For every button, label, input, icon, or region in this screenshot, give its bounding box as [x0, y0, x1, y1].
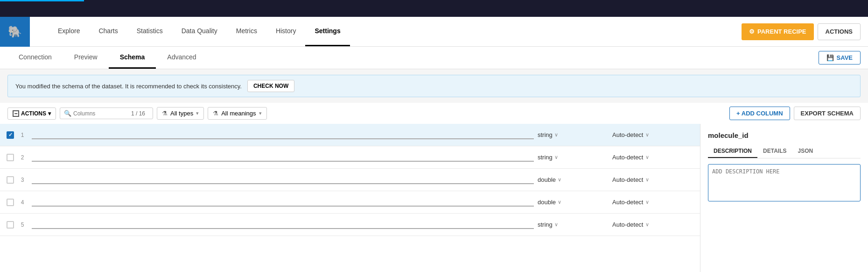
- row-name-input-1[interactable]: [32, 130, 534, 139]
- row-type-chevron-1: ∨: [554, 132, 558, 138]
- actions-dropdown-label: ACTIONS: [21, 110, 46, 117]
- check-now-button[interactable]: CHECK NOW: [247, 80, 294, 92]
- row-meaning-label-2: Auto-detect: [612, 154, 644, 161]
- row-name-input-2[interactable]: [32, 153, 534, 162]
- checkbox-1[interactable]: [7, 131, 14, 139]
- row-name-input-5[interactable]: [32, 220, 534, 229]
- panel-tab-details[interactable]: DETAILS: [757, 145, 792, 158]
- row-meaning-chevron-1: ∨: [645, 132, 649, 138]
- row-name-5[interactable]: [28, 220, 538, 229]
- filter-types-chevron-icon: ▾: [196, 110, 199, 116]
- row-meaning-4[interactable]: Auto-detect ∨: [612, 199, 696, 206]
- row-type-chevron-4: ∨: [558, 199, 561, 205]
- tab-connection[interactable]: Connection: [7, 47, 63, 69]
- recipe-icon: ⚙: [749, 28, 755, 35]
- schema-toolbar: − ACTIONS ▾ 🔍 1 / 16 ⚗ All types ▾ ⚗ All…: [0, 103, 868, 124]
- row-name-input-3[interactable]: [32, 175, 534, 184]
- row-name-1[interactable]: [28, 130, 538, 139]
- right-panel: molecule_id DESCRIPTION DETAILS JSON: [700, 124, 868, 272]
- row-meaning-2[interactable]: Auto-detect ∨: [612, 154, 696, 161]
- row-type-2[interactable]: string ∨: [538, 154, 612, 161]
- actions-button[interactable]: ACTIONS: [818, 23, 861, 40]
- filter-types-label: All types: [170, 110, 193, 117]
- save-button[interactable]: 💾 SAVE: [819, 51, 861, 64]
- table-row: 5 string ∨ Auto-detect ∨: [0, 214, 700, 236]
- filter-meanings-chevron-icon: ▾: [259, 110, 262, 116]
- row-number-5: 5: [17, 222, 28, 228]
- search-box[interactable]: 🔍 1 / 16: [60, 107, 153, 119]
- row-checkbox-2[interactable]: [4, 154, 17, 161]
- parent-recipe-label: PARENT RECIPE: [757, 28, 806, 35]
- nav-item-history[interactable]: History: [266, 17, 306, 46]
- nav-item-metrics[interactable]: Metrics: [227, 17, 266, 46]
- tab-schema[interactable]: Schema: [109, 47, 156, 69]
- row-meaning-chevron-3: ∨: [645, 177, 649, 183]
- app-logo-icon: 🐘: [8, 25, 22, 38]
- filter-types-icon: ⚗: [162, 110, 168, 117]
- row-type-label-1: string: [538, 131, 553, 138]
- nav-item-statistics[interactable]: Statistics: [127, 17, 172, 46]
- filter-meanings-label: All meanings: [221, 110, 256, 117]
- tab-preview[interactable]: Preview: [63, 47, 109, 69]
- row-meaning-label-4: Auto-detect: [612, 199, 644, 206]
- row-type-chevron-2: ∨: [554, 154, 558, 160]
- search-input[interactable]: [73, 110, 129, 117]
- actions-chevron-icon: ▾: [48, 110, 51, 117]
- filter-meanings-dropdown[interactable]: ⚗ All meanings ▾: [208, 107, 266, 120]
- row-name-4[interactable]: [28, 198, 538, 207]
- row-meaning-1[interactable]: Auto-detect ∨: [612, 131, 696, 138]
- panel-tabs: DESCRIPTION DETAILS JSON: [708, 145, 861, 158]
- row-meaning-3[interactable]: Auto-detect ∨: [612, 176, 696, 183]
- checkbox-2[interactable]: [7, 154, 14, 161]
- parent-recipe-button[interactable]: ⚙ PARENT RECIPE: [742, 23, 814, 40]
- row-name-2[interactable]: [28, 153, 538, 162]
- row-name-input-4[interactable]: [32, 198, 534, 207]
- tab-advanced[interactable]: Advanced: [156, 47, 207, 69]
- row-meaning-chevron-4: ∨: [645, 199, 649, 205]
- checkbox-3[interactable]: [7, 176, 14, 184]
- row-meaning-5[interactable]: Auto-detect ∨: [612, 221, 696, 228]
- row-number-4: 4: [17, 199, 28, 206]
- row-type-chevron-5: ∨: [554, 222, 558, 228]
- row-type-label-2: string: [538, 154, 553, 161]
- panel-tab-description[interactable]: DESCRIPTION: [708, 145, 757, 158]
- row-number-1: 1: [17, 132, 28, 138]
- search-icon: 🔍: [64, 110, 71, 117]
- row-type-5[interactable]: string ∨: [538, 221, 612, 228]
- row-checkbox-1[interactable]: [4, 131, 17, 139]
- checkbox-4[interactable]: [7, 199, 14, 206]
- panel-tab-json[interactable]: JSON: [792, 145, 819, 158]
- row-type-4[interactable]: double ∨: [538, 199, 612, 206]
- add-column-button[interactable]: + ADD COLUMN: [729, 107, 790, 120]
- row-checkbox-4[interactable]: [4, 199, 17, 206]
- row-checkbox-5[interactable]: [4, 221, 17, 229]
- table-row: 3 double ∨ Auto-detect ∨: [0, 169, 700, 191]
- nav-item-explore[interactable]: Explore: [49, 17, 89, 46]
- export-schema-button[interactable]: EXPORT SCHEMA: [794, 107, 861, 120]
- description-textarea[interactable]: [708, 164, 861, 201]
- main-header: 🐘 Explore Charts Statistics Data Quality…: [0, 17, 868, 47]
- info-banner: You modified the schema of the dataset. …: [7, 75, 861, 97]
- banner-message: You modified the schema of the dataset. …: [15, 83, 242, 90]
- table-row: 4 double ∨ Auto-detect ∨: [0, 191, 700, 214]
- page-indicator: 1 / 16: [131, 110, 145, 117]
- schema-table: 1 string ∨ Auto-detect ∨ 2 string: [0, 124, 700, 272]
- row-checkbox-3[interactable]: [4, 176, 17, 184]
- nav-item-settings[interactable]: Settings: [305, 17, 350, 46]
- nav-item-charts[interactable]: Charts: [89, 17, 127, 46]
- nav-items: Explore Charts Statistics Data Quality M…: [30, 17, 742, 46]
- row-type-label-4: double: [538, 199, 556, 206]
- actions-dropdown[interactable]: − ACTIONS ▾: [7, 107, 56, 120]
- row-name-3[interactable]: [28, 175, 538, 184]
- save-icon: 💾: [826, 54, 834, 61]
- toolbar-right: + ADD COLUMN EXPORT SCHEMA: [729, 107, 861, 120]
- filter-types-dropdown[interactable]: ⚗ All types ▾: [157, 107, 204, 120]
- checkbox-5[interactable]: [7, 221, 14, 229]
- row-type-3[interactable]: double ∨: [538, 176, 612, 183]
- nav-item-data-quality[interactable]: Data Quality: [172, 17, 227, 46]
- row-meaning-label-3: Auto-detect: [612, 176, 644, 183]
- minus-actions-icon: −: [13, 110, 19, 117]
- row-type-label-3: double: [538, 176, 556, 183]
- table-row: 2 string ∨ Auto-detect ∨: [0, 146, 700, 169]
- row-type-1[interactable]: string ∨: [538, 131, 612, 138]
